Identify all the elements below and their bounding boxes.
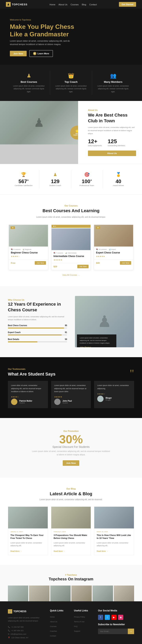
- about-section: ♟ ⭐ Best Chess Club About Us We Are Best…: [0, 101, 142, 164]
- counter-1-label: Student Coach: [41, 184, 69, 186]
- author-2-role: Blogger: [106, 399, 112, 401]
- join-now-button[interactable]: Join Now: [10, 51, 27, 56]
- course-2-image: ★: [94, 225, 133, 246]
- youtube-icon[interactable]: ▶: [112, 615, 117, 620]
- view-more: View All Courses →: [8, 274, 134, 276]
- footer-phone-1: 📞 +1 234 567 890: [8, 625, 44, 629]
- course-2-meta: 📚 10 Lessons 📊 Expert: [96, 248, 131, 250]
- newsletter-submit[interactable]: →: [128, 628, 134, 634]
- quick-link-home[interactable]: Home: [50, 616, 55, 618]
- testimonial-1-stars: ★★★★★: [54, 396, 88, 398]
- blog-1-link[interactable]: Read More →: [54, 550, 65, 552]
- footer-useful-links-list: Privacy Policy Terms of Use FAQ Support: [74, 615, 92, 632]
- target-icon: 🎯: [73, 172, 101, 177]
- author-1-role: Student: [63, 402, 72, 404]
- blog-1-image: [51, 507, 91, 528]
- get-started-button[interactable]: Get Started: [119, 2, 136, 7]
- nav-home[interactable]: Home: [49, 3, 55, 6]
- popular-badge: ★ 1: [51, 225, 91, 228]
- discount-btn[interactable]: Join Now: [63, 460, 79, 466]
- nav-courses[interactable]: Courses: [71, 3, 79, 6]
- instagram-photo-2[interactable]: [29, 586, 49, 601]
- useful-link-privacy[interactable]: Privacy Policy: [74, 616, 85, 618]
- why-section: Why Choose Us 12 Years Of Experience in …: [0, 286, 142, 357]
- progress-1-fill: [8, 334, 62, 336]
- course-1-btn[interactable]: Join Now: [77, 265, 89, 268]
- coach-icon: 👑: [54, 73, 88, 79]
- blog-label: Our Blog: [8, 488, 134, 490]
- newsletter-form: →: [98, 628, 134, 634]
- blog-2-date: March 18, 2024: [97, 531, 132, 532]
- discount-label: Our Promotion: [8, 430, 134, 432]
- testimonials-grid: Lorem dolor sit amet, consectetur adipis…: [8, 381, 134, 408]
- courses-icon: ♟: [12, 73, 46, 79]
- blog-desc: Lorem ipsum dolor sit amet, consectetur …: [31, 498, 111, 500]
- about-stats: 12+ Daily Equipments 125 Outstanding Mem…: [88, 138, 136, 146]
- stat-daily-label: Daily Equipments: [88, 144, 102, 146]
- counter-awards: 🥇 40 Award Winner: [103, 170, 134, 188]
- progress-best-details: Best Details 50: [8, 338, 67, 342]
- useful-link-faq[interactable]: FAQ: [74, 626, 78, 628]
- blog-0-link[interactable]: Read More →: [10, 550, 22, 552]
- blog-2-body: March 18, 2024 This Is How Chess Will Lo…: [94, 528, 134, 555]
- instagram-photo-1[interactable]: [8, 586, 28, 601]
- author-0-avatar: [11, 399, 17, 405]
- stat-daily: 12+ Daily Equipments: [88, 138, 102, 146]
- newsletter-input[interactable]: [98, 628, 128, 634]
- instagram-photo-5[interactable]: [93, 586, 113, 601]
- useful-link-support[interactable]: Support: [74, 630, 80, 632]
- nav-contact[interactable]: Contact: [89, 3, 97, 6]
- courses-title: Best Courses And Learning: [8, 208, 134, 214]
- view-all-courses-link[interactable]: View All Courses →: [62, 274, 80, 276]
- instagram-photo-4[interactable]: [71, 586, 92, 601]
- why-quote-author: John Thomas: [80, 346, 114, 347]
- course-1-image: [51, 228, 91, 250]
- instagram-photo-3[interactable]: [50, 586, 71, 601]
- learn-more-button[interactable]: ▶ Learn More: [29, 50, 53, 57]
- blog-grid: January 12, 2024 The Cheapest Way To Ear…: [8, 506, 134, 555]
- progress-0-fill: [8, 328, 64, 328]
- twitter-icon[interactable]: t: [105, 615, 110, 620]
- testimonial-2-stars: ★★★★☆: [97, 393, 131, 395]
- about-image: ♟ ⭐ Best Chess Club: [0, 101, 78, 164]
- quick-link-about[interactable]: About Us: [50, 621, 57, 623]
- counter-2-num: 100+: [73, 178, 101, 184]
- nav-about[interactable]: About Us: [59, 3, 67, 6]
- course-0-meta: 📚 8 Lessons 📊 Beginner: [11, 248, 46, 250]
- about-us-button[interactable]: About Us: [88, 150, 136, 156]
- author-2-avatar: [97, 396, 104, 402]
- courses-grid: ★ 📚 8 Lessons 📊 Beginner Beginner Chess …: [8, 224, 134, 270]
- feature-many-members: 👥 Many Members Lorem ipsum dolor sit ame…: [92, 71, 134, 95]
- footer-about: ♟ TOPCHESS Lorem ipsum dolor sit amet, c…: [8, 609, 44, 640]
- useful-links-title: Useful Links: [74, 609, 92, 612]
- nav-blog[interactable]: Blog: [82, 3, 86, 6]
- counter-0-label: Candidate Satisfaction: [10, 184, 37, 186]
- counter-team: 🎯 100+ Professional Team: [71, 170, 103, 188]
- quick-link-contact[interactable]: Contact: [50, 635, 56, 637]
- course-0-btn[interactable]: Join Now: [35, 261, 46, 265]
- course-1-meta: 📚 7 Lessons 📊 Intermediate: [53, 252, 89, 254]
- feature-2-title: Many Members: [96, 80, 130, 83]
- feature-0-title: Best Courses: [12, 80, 46, 83]
- instagram-photo-6[interactable]: [114, 586, 134, 601]
- quick-link-coaches[interactable]: Coaches: [50, 630, 57, 632]
- author-0-name: Patrick Muller: [19, 400, 32, 402]
- footer-email: ✉ info@topchess.com: [8, 632, 44, 636]
- feature-best-courses: ♟ Best Courses Lorem ipsum dolor sit ame…: [8, 71, 50, 95]
- footer-logo-icon: ♟: [8, 609, 12, 614]
- footer-social: Our Social Media f t ▶ ◉ Subscribe to Ne…: [98, 609, 134, 640]
- medal-icon: 🥇: [105, 172, 132, 177]
- facebook-icon[interactable]: f: [98, 615, 103, 620]
- logo-text: TOPCHESS: [12, 3, 27, 6]
- instagram-hashtag: # Topchess: [65, 574, 77, 576]
- blog-2-link[interactable]: Read More →: [97, 550, 108, 552]
- course-2-btn[interactable]: Join Now: [120, 261, 131, 265]
- blog-1-body: February 5, 2024 3 Preparations You Shou…: [51, 528, 91, 555]
- course-2-name: Expert Chess Course: [96, 251, 131, 254]
- instagram-icon[interactable]: ◉: [118, 615, 123, 620]
- stat-members-label: Outstanding Members: [108, 144, 125, 146]
- instagram-title: Topchess On Instagram: [8, 576, 134, 582]
- quick-link-courses[interactable]: Courses: [50, 626, 57, 628]
- why-quote-text: Lorem ipsum dolor sit amet, consectetur …: [80, 337, 114, 344]
- useful-link-terms[interactable]: Terms of Use: [74, 621, 84, 623]
